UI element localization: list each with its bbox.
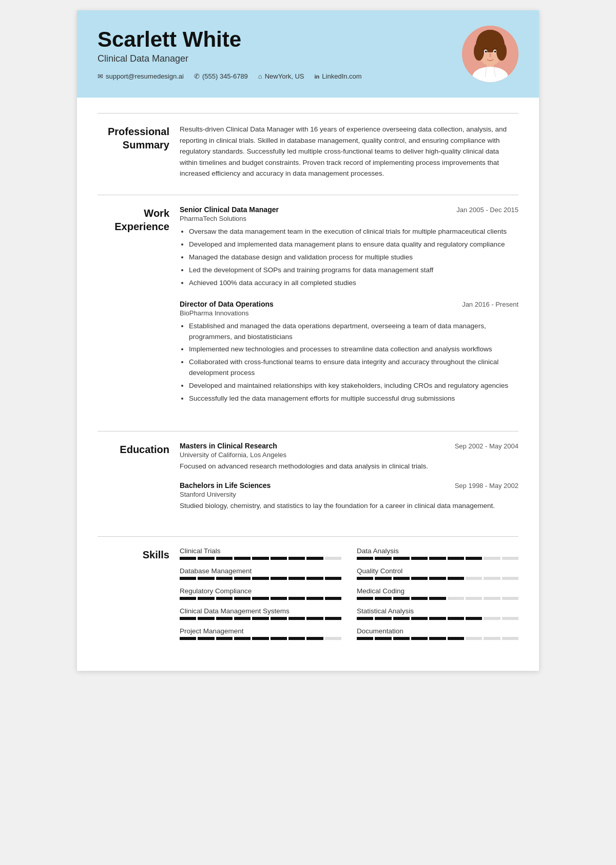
- email-contact: support@resumedesign.ai: [98, 72, 184, 80]
- skill-segment-filled: [357, 637, 373, 640]
- skill-segment-empty: [502, 637, 518, 640]
- skill-segment-filled: [325, 597, 341, 600]
- skill-segment-empty: [502, 577, 518, 580]
- resume-body: ProfessionalSummary Results-driven Clini…: [77, 98, 539, 671]
- skill-segment-filled: [252, 637, 268, 640]
- location-value: NewYork, US: [265, 72, 304, 80]
- skill-segment-filled: [271, 597, 287, 600]
- education-title: Education: [98, 442, 169, 521]
- skill-segment-empty: [484, 597, 500, 600]
- skill-segment-filled: [306, 637, 323, 640]
- phone-icon: [194, 72, 200, 80]
- job-item: Director of Data OperationsJan 2016 - Pr…: [180, 300, 518, 404]
- skill-segment-filled: [198, 577, 214, 580]
- skill-segment-filled: [375, 577, 391, 580]
- skill-segment-empty: [325, 557, 341, 560]
- svg-point-8: [485, 51, 487, 53]
- skill-bar: [180, 557, 341, 560]
- skill-segment-filled: [216, 577, 233, 580]
- skill-segment-empty: [484, 557, 500, 560]
- edu-header: Masters in Clinical ResearchSep 2002 - M…: [180, 442, 518, 450]
- contact-info: support@resumedesign.ai (555) 345-6789 N…: [98, 72, 462, 80]
- skill-segment-filled: [411, 557, 428, 560]
- skill-segment-empty: [466, 577, 482, 580]
- skill-name: Quality Control: [357, 567, 518, 575]
- skill-segment-filled: [357, 577, 373, 580]
- edu-date: Sep 2002 - May 2004: [455, 442, 518, 450]
- skill-segment-filled: [180, 637, 196, 640]
- summary-content: Results-driven Clinical Data Manager wit…: [180, 124, 518, 179]
- skill-bar: [180, 577, 341, 580]
- candidate-name: Scarlett White: [98, 28, 462, 51]
- skill-item: Clinical Data Management Systems: [180, 607, 341, 620]
- skill-segment-filled: [234, 557, 251, 560]
- work-divider: [98, 195, 518, 195]
- skill-segment-filled: [216, 637, 233, 640]
- skill-item: Documentation: [357, 627, 518, 640]
- skill-segment-empty: [484, 577, 500, 580]
- skill-segment-filled: [325, 617, 341, 620]
- skill-item: Clinical Trials: [180, 547, 341, 560]
- skill-segment-filled: [393, 597, 410, 600]
- summary-section: ProfessionalSummary Results-driven Clini…: [98, 124, 518, 179]
- skill-segment-filled: [411, 617, 428, 620]
- skill-segment-empty: [325, 637, 341, 640]
- job-bullet: Collaborated with cross-functional teams…: [189, 357, 518, 379]
- job-title: Director of Data Operations: [180, 300, 274, 308]
- skill-segment-filled: [306, 597, 323, 600]
- skill-segment-filled: [375, 617, 391, 620]
- skill-segment-empty: [448, 597, 464, 600]
- skill-segment-filled: [393, 577, 410, 580]
- skill-name: Database Management: [180, 567, 341, 575]
- header-section: Scarlett White Clinical Data Manager sup…: [77, 10, 539, 98]
- linkedin-value: LinkedIn.com: [322, 72, 361, 80]
- skill-segment-filled: [252, 597, 268, 600]
- job-bullet: Developed and maintained relationships w…: [189, 381, 518, 391]
- skill-segment-filled: [252, 617, 268, 620]
- linkedin-contact: LinkedIn.com: [315, 72, 362, 80]
- skill-segment-filled: [429, 577, 446, 580]
- education-divider: [98, 431, 518, 431]
- skill-segment-filled: [234, 617, 251, 620]
- skill-segment-filled: [375, 597, 391, 600]
- skill-segment-filled: [306, 617, 323, 620]
- job-bullet: Oversaw the data management team in the …: [189, 227, 518, 237]
- edu-degree: Masters in Clinical Research: [180, 442, 277, 450]
- job-bullets: Established and managed the data operati…: [180, 321, 518, 404]
- job-bullet: Achieved 100% data accuracy in all compl…: [189, 278, 518, 289]
- skill-segment-filled: [393, 617, 410, 620]
- envelope-icon: [98, 72, 103, 80]
- skill-segment-empty: [502, 597, 518, 600]
- skill-segment-filled: [180, 577, 196, 580]
- skill-item: Database Management: [180, 567, 341, 580]
- skill-segment-filled: [234, 597, 251, 600]
- location-contact: NewYork, US: [258, 72, 304, 80]
- skills-divider: [98, 536, 518, 537]
- skill-item: Quality Control: [357, 567, 518, 580]
- education-item: Bachelors in Life SciencesSep 1998 - May…: [180, 481, 518, 512]
- skill-segment-filled: [252, 557, 268, 560]
- job-date: Jan 2016 - Present: [462, 300, 518, 308]
- skill-segment-filled: [448, 577, 464, 580]
- avatar: [462, 26, 518, 82]
- skill-bar: [357, 557, 518, 560]
- edu-school: Stanford University: [180, 491, 518, 498]
- skill-segment-filled: [466, 557, 482, 560]
- skill-bar: [180, 617, 341, 620]
- skill-segment-filled: [288, 617, 305, 620]
- summary-title: ProfessionalSummary: [98, 124, 169, 179]
- skill-segment-filled: [357, 617, 373, 620]
- skill-segment-filled: [234, 577, 251, 580]
- education-section: Education Masters in Clinical ResearchSe…: [98, 442, 518, 521]
- skill-segment-empty: [466, 637, 482, 640]
- job-item: Senior Clinical Data ManagerJan 2005 - D…: [180, 205, 518, 289]
- skill-segment-filled: [411, 577, 428, 580]
- skill-segment-empty: [502, 557, 518, 560]
- skill-bar: [180, 597, 341, 600]
- job-header: Director of Data OperationsJan 2016 - Pr…: [180, 300, 518, 308]
- svg-point-4: [474, 42, 484, 61]
- skill-segment-filled: [271, 637, 287, 640]
- skill-item: Statistical Analysis: [357, 607, 518, 620]
- skill-name: Medical Coding: [357, 587, 518, 595]
- skill-segment-filled: [429, 637, 446, 640]
